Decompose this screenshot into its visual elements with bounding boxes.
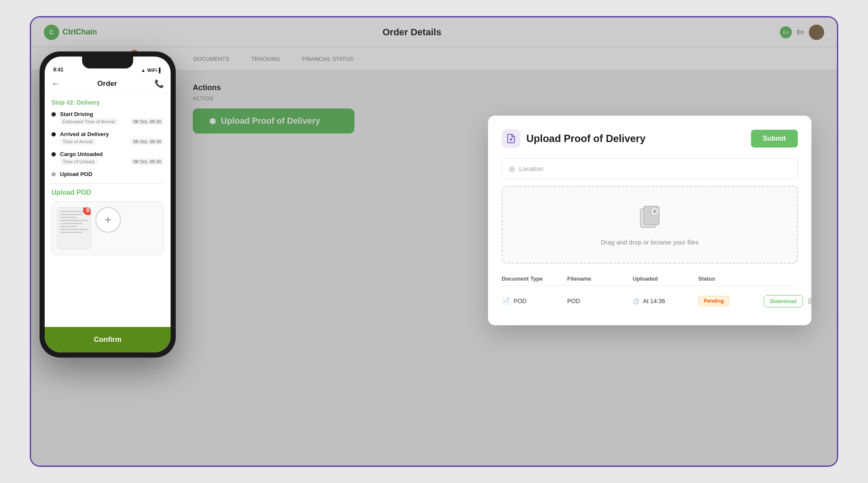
add-more-button[interactable]: + [95, 207, 121, 233]
upload-modal: Upload Proof of Delivery Submit ◎ Locati… [488, 116, 811, 325]
submit-button[interactable]: Submit [751, 130, 798, 148]
drop-text: Drag and drop or browse your files [601, 239, 699, 246]
file-type-icon: 📄 [502, 297, 510, 305]
phone-status-icons: ▲ WiFi ▌ [141, 68, 162, 73]
cell-doc-type: 📄 POD [502, 297, 567, 305]
wifi-icon: WiFi [147, 68, 157, 73]
confirm-button[interactable]: Confirm [45, 327, 171, 352]
col-doc-type: Document Type [502, 276, 567, 282]
timeline-item-2: Cargo Unloaded Time of Unload: 08 Oct, 0… [51, 151, 164, 165]
timeline-item-1: Arrived at Delivery Time of Arrival: 08 … [51, 131, 164, 145]
delete-row-button[interactable]: 🗑 [807, 297, 815, 306]
timeline-dot [51, 132, 56, 136]
col-status: Status [698, 276, 764, 282]
cell-uploaded: 🕐 At 14:36 [633, 298, 698, 304]
table-row: 📄 POD POD 🕐 At 14:36 Pending Download [502, 291, 798, 312]
document-thumbnail: 🗑 [57, 207, 91, 250]
timeline-content-2: Cargo Unloaded Time of Unload: 08 Oct, 0… [60, 151, 164, 165]
phone-screen: 9:41 ▲ WiFi ▌ ← Order 📞 Stop #2: Deliver… [45, 57, 171, 352]
cell-status: Pending [698, 296, 764, 306]
timeline-dot [51, 152, 56, 156]
timeline-item-0: Start Driving Estimated Time of Arrival:… [51, 111, 164, 125]
document-upload-icon [506, 134, 516, 144]
stop-heading: Stop #2: Delivery [51, 99, 164, 106]
col-actions [764, 276, 798, 282]
location-icon: ◎ [509, 165, 515, 173]
upload-pod-section: Upload POD [51, 183, 164, 255]
status-badge: Pending [698, 296, 729, 306]
modal-header-left: Upload Proof of Delivery [502, 129, 645, 148]
file-drop-zone[interactable]: Drag and drop or browse your files [502, 186, 798, 264]
timeline-dot [51, 112, 56, 116]
file-table: Document Type Filename Uploaded Status 📄… [502, 272, 798, 312]
battery-icon: ▌ [159, 68, 162, 73]
phone-header: ← Order 📞 [45, 75, 171, 94]
col-filename: Filename [567, 276, 633, 282]
call-button[interactable]: 📞 [154, 79, 164, 88]
phone-mockup: 9:41 ▲ WiFi ▌ ← Order 📞 Stop #2: Deliver… [40, 51, 176, 358]
modal-title: Upload Proof of Delivery [526, 133, 645, 145]
location-placeholder: Location [519, 165, 543, 172]
phone-time: 9:41 [53, 67, 63, 73]
modal-icon-box [502, 129, 520, 148]
screen-container: C CtrlChain Order Details En En BASIC IN… [30, 16, 838, 467]
timeline-content-0: Start Driving Estimated Time of Arrival:… [60, 111, 164, 125]
location-input[interactable]: ◎ Location [502, 158, 798, 179]
modal-header: Upload Proof of Delivery Submit [502, 129, 798, 148]
phone-shell: 9:41 ▲ WiFi ▌ ← Order 📞 Stop #2: Deliver… [40, 51, 176, 358]
cell-filename: POD [567, 298, 633, 304]
row-actions: Download 🗑 [764, 295, 798, 307]
timeline-content-1: Arrived at Delivery Time of Arrival: 08 … [60, 131, 164, 145]
file-table-header: Document Type Filename Uploaded Status [502, 272, 798, 286]
timeline-content-3: Upload POD [60, 171, 164, 177]
phone-order-title: Order [97, 80, 117, 88]
timeline-item-3: Upload POD [51, 171, 164, 177]
download-button[interactable]: Download [764, 295, 803, 307]
phone-content: Stop #2: Delivery Start Driving Estimate… [45, 94, 171, 322]
signal-icon: ▲ [141, 68, 146, 73]
file-upload-icon [637, 204, 662, 233]
upload-pod-heading: Upload POD [51, 189, 164, 196]
phone-notch [82, 57, 133, 68]
pod-upload-area: 🗑 + [51, 202, 164, 255]
clock-icon: 🕐 [633, 298, 640, 304]
timeline-dot-inactive [51, 172, 56, 176]
back-button[interactable]: ← [51, 79, 60, 88]
col-uploaded: Uploaded [633, 276, 698, 282]
